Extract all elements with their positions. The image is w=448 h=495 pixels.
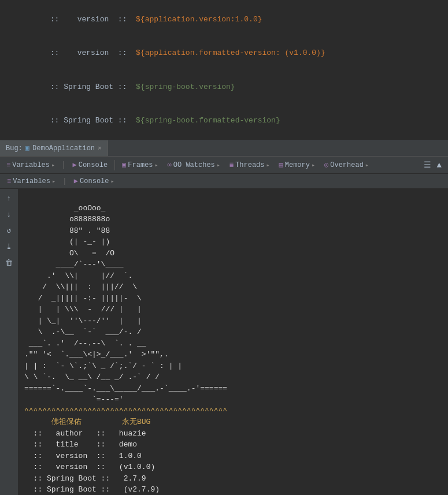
console-area: _ooOoo_ o8888888o 88" . "88 (| -_- |) O\… [18, 189, 448, 495]
sub-toolbar: ≡ Variables ▸ | ▶ Console ▸ [0, 174, 448, 189]
threads-label: Threads [235, 161, 264, 169]
variables-icon: ≡ [6, 161, 10, 169]
memory-label: Memory [285, 161, 310, 169]
sub-variables-label: Variables [13, 177, 50, 185]
code-expr-1: ${application.version:1.0.0} [136, 15, 262, 24]
code-line-2: :: version :: ${application.formatted-ve… [23, 36, 443, 70]
overhead-arrow: ▸ [365, 162, 369, 169]
overhead-icon: ◎ [324, 161, 328, 169]
sub-variables-icon: ≡ [7, 177, 11, 185]
sidebar-delete-btn[interactable]: 🗑 [2, 256, 16, 270]
tab-app-icon: ▣ [25, 144, 29, 152]
info-line-3: :: version :: 1.0.0 [24, 452, 142, 460]
sub-console-label: Console [80, 177, 109, 185]
info-line-4: :: version :: (v1.0.0) [24, 463, 155, 471]
toolbar-console-btn[interactable]: ▶ Console [68, 158, 112, 173]
memory-icon: ▤ [279, 161, 283, 169]
toolbar-variables-btn[interactable]: ≡ Variables ▸ [2, 158, 59, 173]
toolbar-frames-btn[interactable]: ▣ Frames ▸ [118, 158, 162, 173]
toolbar-overhead-btn[interactable]: ◎ Overhead ▸ [320, 158, 373, 173]
watches-icon: ∞ [168, 161, 172, 169]
ascii-line-1: _ooOoo_ o8888888o 88" . "88 (| -_- |) O\… [24, 204, 227, 404]
frames-icon: ▣ [122, 161, 126, 169]
frames-arrow: ▸ [155, 162, 158, 169]
expand-icon[interactable]: ▲ [435, 161, 443, 170]
buddha-line-1: ^^^^^^^^^^^^^^^^^^^^^^^^^^^^^^^^^^^^^^^^… [24, 407, 227, 415]
info-line-2: :: title :: demo [24, 440, 137, 449]
code-key-1: :: version :: [41, 15, 136, 24]
toolbar-divider-1 [114, 160, 115, 170]
buddha-line-2: 佛祖保佑 永无BUG [24, 418, 150, 426]
toolbar-memory-btn[interactable]: ▤ Memory ▸ [275, 158, 319, 173]
sub-separator: | [60, 177, 69, 185]
code-line-1: :: version :: ${application.version:1.0.… [23, 2, 443, 36]
top-code-area: :: version :: ${application.version:1.0.… [0, 0, 448, 140]
code-expr-2: ${application.formatted-version: (v1.0.0… [136, 49, 325, 57]
sub-variables-btn[interactable]: ≡ Variables ▸ [3, 175, 59, 188]
toolbar-end-icons: ☰ ▲ [422, 160, 446, 170]
sub-console-arrow: ▸ [111, 178, 114, 185]
variables-label: Variables [12, 161, 50, 169]
sub-console-icon: ▶ [74, 177, 78, 185]
session-tab-demo[interactable]: Bug: ▣ DemoApplication × [0, 140, 108, 156]
console-content: _ooOoo_ o8888888o 88" . "88 (| -_- |) O\… [24, 191, 443, 495]
sub-variables-arrow: ▸ [52, 178, 55, 185]
main-content: ↑ ↓ ↺ ⤓ 🗑 _ooOoo_ o8888888o 88" . "88 (|… [0, 189, 448, 495]
console-label: Console [79, 161, 108, 169]
code-key-3: :: Spring Boot :: [41, 83, 136, 91]
sub-console-btn[interactable]: ▶ Console ▸ [71, 175, 118, 188]
console-icon: ▶ [72, 161, 76, 169]
threads-arrow: ▸ [266, 162, 270, 169]
code-val-3: ${spring-boot.version} [136, 83, 235, 91]
code-val-4: ${spring-boot.formatted-version} [136, 116, 280, 125]
debug-toolbar: ≡ Variables ▸ | ▶ Console ▣ Frames ▸ ∞ O… [0, 157, 448, 174]
sidebar-refresh-btn[interactable]: ↺ [2, 224, 16, 237]
variables-arrow: ▸ [51, 162, 55, 169]
watches-arrow: ▸ [217, 162, 220, 169]
watches-label: OO Watches [173, 161, 215, 169]
session-tab-bar: Bug: ▣ DemoApplication × [0, 140, 448, 157]
memory-arrow: ▸ [312, 162, 315, 169]
bug-label: Bug: [6, 144, 23, 152]
info-line-1: :: author :: huazie [24, 429, 146, 438]
toolbar-sep-1: | [60, 161, 67, 170]
list-icon[interactable]: ☰ [422, 160, 433, 170]
toolbar-threads-btn[interactable]: ≣ Threads ▸ [225, 158, 274, 173]
code-key-2: :: version :: [41, 49, 136, 57]
session-tab-close[interactable]: × [98, 145, 102, 152]
sidebar-down-btn[interactable]: ↓ [2, 207, 16, 221]
threads-icon: ≣ [229, 161, 234, 169]
left-sidebar: ↑ ↓ ↺ ⤓ 🗑 [0, 189, 18, 495]
code-key-4: :: Spring Boot :: [41, 116, 136, 125]
frames-label: Frames [128, 161, 153, 169]
info-line-6: :: Spring Boot :: (v2.7.9) [24, 485, 160, 494]
sidebar-up-btn[interactable]: ↑ [2, 191, 16, 205]
toolbar-watches-btn[interactable]: ∞ OO Watches ▸ [164, 158, 224, 173]
code-line-4: :: Spring Boot :: ${spring-boot.formatte… [23, 104, 443, 138]
code-line-3: :: Spring Boot :: ${spring-boot.version} [23, 70, 443, 104]
session-tab-name: DemoApplication [32, 144, 95, 152]
info-line-5: :: Spring Boot :: 2.7.9 [24, 474, 146, 483]
sidebar-download-btn[interactable]: ⤓ [2, 240, 16, 254]
overhead-label: Overhead [330, 161, 364, 169]
